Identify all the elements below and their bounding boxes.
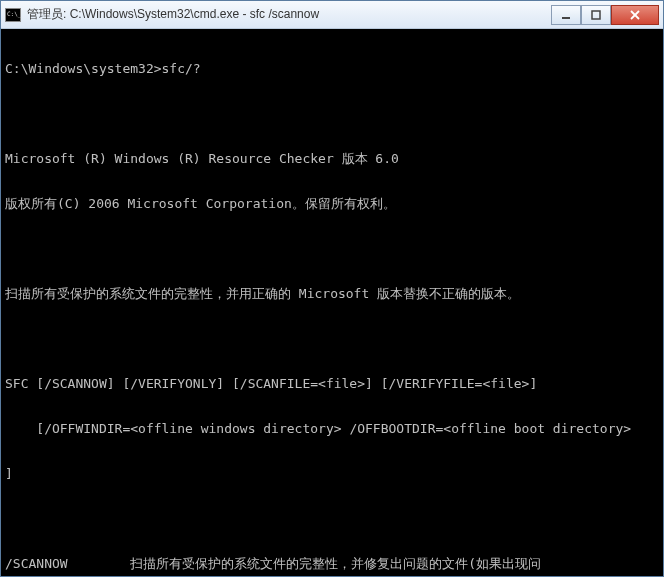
output-line: SFC [/SCANNOW] [/VERIFYONLY] [/SCANFILE=… xyxy=(5,376,659,391)
cmd-icon xyxy=(5,8,21,22)
svg-rect-1 xyxy=(592,11,600,19)
output-line: [/OFFWINDIR=<offline windows directory> … xyxy=(5,421,659,436)
output-line xyxy=(5,511,659,526)
prompt-line: C:\Windows\system32>sfc/? xyxy=(5,61,659,76)
close-button[interactable] xyxy=(611,5,659,25)
terminal-output[interactable]: C:\Windows\system32>sfc/? Microsoft (R) … xyxy=(1,29,663,576)
output-line: 扫描所有受保护的系统文件的完整性，并用正确的 Microsoft 版本替换不正确… xyxy=(5,286,659,301)
output-line: /SCANNOW 扫描所有受保护的系统文件的完整性，并修复出问题的文件(如果出现… xyxy=(5,556,659,571)
window-title: 管理员: C:\Windows\System32\cmd.exe - sfc /… xyxy=(27,6,551,23)
output-line: Microsoft (R) Windows (R) Resource Check… xyxy=(5,151,659,166)
output-line: ] xyxy=(5,466,659,481)
window-controls xyxy=(551,5,659,25)
output-line: 版权所有(C) 2006 Microsoft Corporation。保留所有权… xyxy=(5,196,659,211)
maximize-button[interactable] xyxy=(581,5,611,25)
cmd-window: 管理员: C:\Windows\System32\cmd.exe - sfc /… xyxy=(0,0,664,577)
minimize-button[interactable] xyxy=(551,5,581,25)
output-line xyxy=(5,241,659,256)
output-line xyxy=(5,106,659,121)
titlebar[interactable]: 管理员: C:\Windows\System32\cmd.exe - sfc /… xyxy=(1,1,663,29)
output-line xyxy=(5,331,659,346)
